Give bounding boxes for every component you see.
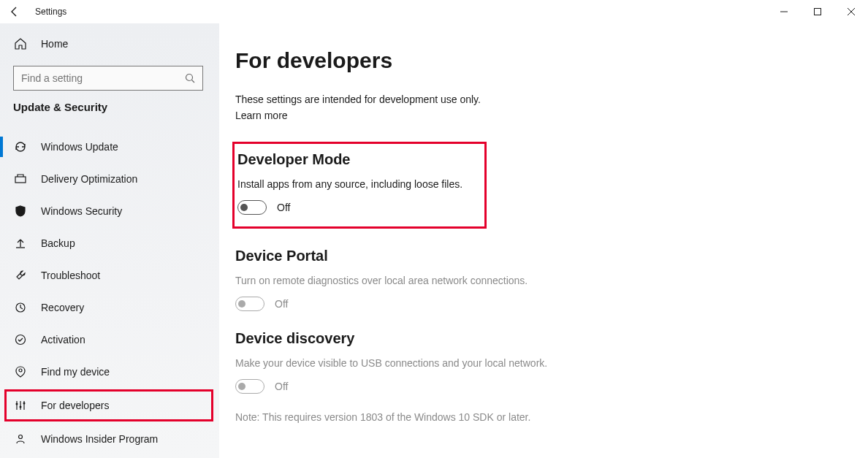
delivery-icon (13, 172, 28, 186)
sidebar-item-windows-insider[interactable]: Windows Insider Program (0, 423, 219, 455)
device-portal-toggle (235, 297, 264, 311)
shield-icon (13, 204, 28, 218)
arrow-left-icon (9, 6, 20, 18)
svg-point-10 (19, 369, 22, 372)
close-button[interactable] (834, 0, 868, 23)
svg-point-12 (16, 403, 18, 405)
backup-icon (13, 236, 28, 251)
sidebar-item-delivery-optimization[interactable]: Delivery Optimization (0, 163, 219, 195)
sidebar-item-windows-security[interactable]: Windows Security (0, 195, 219, 227)
search-input[interactable] (21, 72, 167, 84)
svg-point-14 (20, 406, 22, 408)
device-portal-heading: Device Portal (235, 248, 868, 264)
svg-rect-1 (815, 9, 821, 15)
device-discovery-desc: Make your device visible to USB connecti… (235, 357, 868, 369)
intro-text: These settings are intended for developm… (235, 93, 868, 105)
location-icon (13, 365, 28, 379)
minimize-icon (780, 8, 788, 15)
device-portal-section: Device Portal Turn on remote diagnostics… (235, 248, 868, 311)
main-content: For developers These settings are intend… (219, 23, 868, 458)
sidebar-category: Update & Security (0, 101, 219, 123)
sidebar-item-find-my-device[interactable]: Find my device (0, 356, 219, 388)
sidebar-item-troubleshoot[interactable]: Troubleshoot (0, 259, 219, 291)
device-discovery-state: Off (275, 381, 288, 392)
search-icon (185, 73, 195, 83)
maximize-button[interactable] (801, 0, 834, 23)
sidebar-item-activation[interactable]: Activation (0, 324, 219, 356)
sidebar-item-label: Find my device (41, 366, 110, 378)
device-discovery-section: Device discovery Make your device visibl… (235, 330, 868, 423)
sidebar-item-label: Activation (41, 334, 85, 346)
page-title: For developers (235, 48, 868, 73)
sidebar-item-for-developers[interactable]: For developers (4, 389, 213, 421)
developer-mode-desc: Install apps from any source, including … (237, 178, 474, 190)
sidebar-item-label: For developers (41, 400, 109, 411)
maximize-icon (814, 8, 821, 15)
window-controls (767, 0, 868, 23)
sidebar-item-label: Windows Update (41, 141, 118, 153)
developer-mode-toggle[interactable] (237, 200, 267, 215)
sidebar-item-label: Home (41, 38, 68, 50)
sidebar-item-windows-update[interactable]: Windows Update (0, 131, 219, 163)
device-discovery-note: Note: This requires version 1803 of the … (235, 411, 868, 423)
window-title: Settings (35, 7, 66, 17)
sidebar-item-label: Backup (41, 237, 75, 249)
learn-more-link[interactable]: Learn more (235, 110, 868, 121)
device-portal-state: Off (275, 298, 288, 310)
svg-rect-6 (15, 177, 26, 183)
developer-mode-state: Off (277, 202, 290, 213)
recovery-icon (13, 300, 28, 315)
svg-point-17 (19, 435, 23, 439)
back-button[interactable] (0, 0, 29, 23)
home-icon (13, 37, 28, 51)
developer-mode-heading: Developer Mode (237, 151, 474, 168)
sidebar: Home Update & Security Windows Update De… (0, 23, 219, 458)
svg-point-9 (16, 335, 26, 345)
sync-icon (13, 140, 28, 154)
developer-mode-section: Developer Mode Install apps from any sou… (232, 142, 487, 229)
sidebar-item-backup[interactable]: Backup (0, 227, 219, 259)
minimize-button[interactable] (767, 0, 801, 23)
device-discovery-heading: Device discovery (235, 330, 868, 347)
sidebar-item-home[interactable]: Home (0, 28, 219, 60)
svg-line-5 (192, 80, 195, 83)
sidebar-item-label: Troubleshoot (41, 270, 100, 281)
sidebar-item-label: Delivery Optimization (41, 173, 137, 185)
titlebar: Settings (0, 0, 868, 23)
close-icon (848, 8, 855, 15)
sidebar-item-label: Windows Security (41, 205, 122, 217)
sidebar-item-recovery[interactable]: Recovery (0, 291, 219, 324)
check-circle-icon (13, 332, 28, 347)
search-input-wrap[interactable] (13, 66, 203, 91)
sidebar-item-label: Recovery (41, 302, 84, 313)
device-discovery-toggle (235, 379, 264, 394)
sidebar-item-label: Windows Insider Program (41, 433, 158, 445)
sliders-icon (13, 398, 28, 413)
insider-icon (13, 432, 28, 446)
device-portal-desc: Turn on remote diagnostics over local ar… (235, 275, 868, 286)
svg-point-4 (186, 75, 193, 81)
wrench-icon (13, 268, 28, 283)
svg-point-16 (23, 402, 26, 405)
